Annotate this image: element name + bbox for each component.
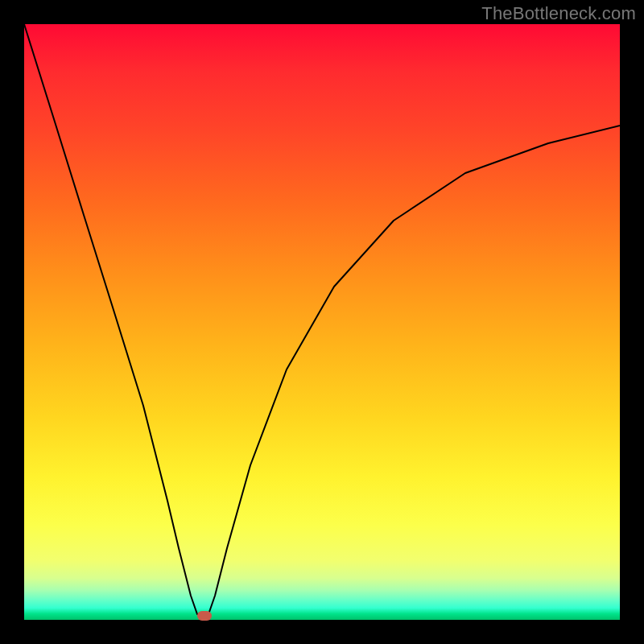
watermark-text: TheBottleneck.com bbox=[481, 3, 636, 24]
chart-frame: TheBottleneck.com bbox=[0, 0, 644, 644]
plot-area bbox=[24, 24, 620, 620]
minimum-marker bbox=[197, 611, 212, 621]
curve-layer bbox=[24, 24, 620, 620]
bottleneck-curve bbox=[24, 24, 620, 617]
